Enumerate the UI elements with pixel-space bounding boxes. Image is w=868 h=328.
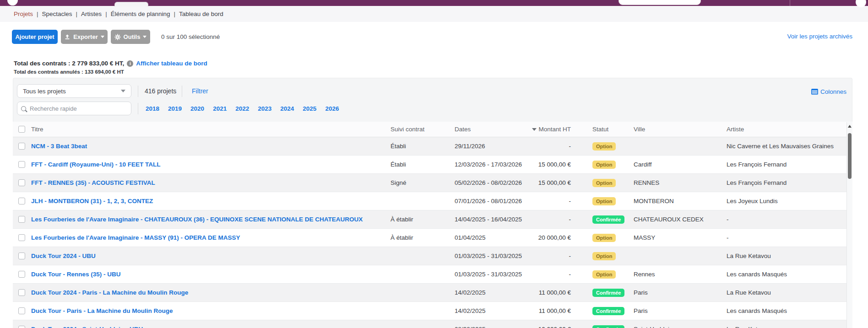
breadcrumb-item-projets[interactable]: Projets <box>14 11 33 17</box>
project-title-link[interactable]: Duck Tour - Rennes (35) - UBU <box>31 265 121 284</box>
active-nav-tab-indicator[interactable] <box>114 2 148 6</box>
breadcrumb-item--l-ments-de-planning[interactable]: Éléments de planning <box>111 11 170 17</box>
header-suivi-contrat[interactable]: Suivi contrat <box>391 122 424 137</box>
cell-montant-ht: 11 000,00 € <box>513 302 571 320</box>
scrollbar-thumb[interactable] <box>848 133 852 179</box>
cell-dates: 14/04/2025 - 16/04/2025 <box>455 210 522 229</box>
add-project-button[interactable]: Ajouter projet <box>12 30 58 44</box>
row-checkbox[interactable] <box>18 253 25 259</box>
cell-dates: 14/02/2025 <box>455 284 486 302</box>
scroll-up-arrow-icon[interactable] <box>848 125 852 128</box>
status-badge: Confirmée <box>592 215 624 224</box>
quick-search-field[interactable] <box>17 102 131 115</box>
breadcrumb-item-spectacles[interactable]: Spectacles <box>42 11 72 17</box>
cell-montant-ht: 11 000,00 € <box>513 284 571 302</box>
table-row: Les Fourberies de l'Avare Imaginaire - M… <box>13 229 852 247</box>
topbar-search-input[interactable] <box>618 0 701 5</box>
header-titre[interactable]: Titre <box>31 122 43 137</box>
columns-label: Colonnes <box>820 88 846 95</box>
row-checkbox[interactable] <box>18 216 25 223</box>
row-checkbox[interactable] <box>18 289 25 296</box>
year-filter-2023[interactable]: 2023 <box>258 105 271 112</box>
year-filter-2025[interactable]: 2025 <box>303 105 316 112</box>
table-row: Duck Tour - Rennes (35) - UBU01/03/2025 … <box>13 265 852 284</box>
show-dashboard-link[interactable]: Afficher tableau de bord <box>136 60 207 67</box>
cell-dates: 08/02/2025 <box>455 320 486 328</box>
cell-montant-ht: 20 000,00 € <box>513 229 571 247</box>
filter-link[interactable]: Filtrer <box>192 84 208 98</box>
row-checkbox[interactable] <box>18 326 25 328</box>
breadcrumb-separator: | <box>76 11 78 17</box>
cell-ville: Saint-Herblain <box>634 320 673 328</box>
status-badge: Confirmée <box>592 307 624 315</box>
project-title-link[interactable]: Duck Tour - Paris - La Machine du Moulin… <box>31 302 173 320</box>
row-checkbox[interactable] <box>18 271 25 278</box>
status-badge: Option <box>592 270 616 279</box>
row-checkbox[interactable] <box>18 307 25 314</box>
chevron-down-icon <box>143 36 146 38</box>
cell-montant-ht: - <box>513 192 571 210</box>
row-checkbox[interactable] <box>18 179 25 186</box>
row-checkbox[interactable] <box>18 161 25 168</box>
project-title-link[interactable]: FFT - Cardiff (Royaume-Uni) - 10 FEET TA… <box>31 156 161 174</box>
search-input[interactable] <box>29 105 118 113</box>
cell-montant-ht: - <box>513 247 571 265</box>
cell-artiste: La Rue Ketavou <box>727 284 771 302</box>
status-badge: Option <box>592 252 616 260</box>
header-montant-ht[interactable]: Montant HT <box>513 122 571 137</box>
cell-dates: 05/02/2026 - 08/02/2026 <box>455 174 522 192</box>
cell-artiste: Les Joyeux Lundis <box>727 192 778 210</box>
status-badge: Option <box>592 234 616 242</box>
year-filter-2020[interactable]: 2020 <box>190 105 204 112</box>
topbar-divider <box>790 0 790 6</box>
header-artiste[interactable]: Artiste <box>727 122 744 137</box>
project-title-link[interactable]: Duck Tour 2024 - UBU <box>31 247 96 265</box>
project-title-link[interactable]: Les Fourberies de l'Avare Imaginaire - C… <box>31 210 363 229</box>
project-title-link[interactable]: FFT - RENNES (35) - ACOUSTIC FESTIVAL <box>31 174 155 192</box>
table-row: Duck Tour 2024 - Paris - La Machine du M… <box>13 284 852 302</box>
divider <box>138 103 138 114</box>
cell-suivi-contrat: Établi <box>391 156 406 174</box>
row-checkbox[interactable] <box>18 198 25 204</box>
project-title-link[interactable]: Duck Tour 2024 - Paris - La Machine du M… <box>31 284 188 302</box>
tools-button[interactable]: Outils <box>111 30 150 44</box>
header-ville[interactable]: Ville <box>634 122 645 137</box>
year-filter-2019[interactable]: 2019 <box>168 105 182 112</box>
search-icon <box>21 106 26 111</box>
project-title-link[interactable]: JLH - MONTBERON (31) - 1, 2, 3, CONTEZ <box>31 192 153 210</box>
cell-artiste: Nic Caverne et Les Mauvaises Graines <box>727 137 834 156</box>
breadcrumb-item-tableau-de-bord[interactable]: Tableau de bord <box>179 11 223 17</box>
cell-artiste: La Rue Ketavou <box>727 247 771 265</box>
year-filter-2021[interactable]: 2021 <box>213 105 227 112</box>
status-badge: Confirmée <box>592 325 624 328</box>
table-scrollbar[interactable] <box>846 122 852 328</box>
row-checkbox[interactable] <box>18 234 25 241</box>
header-statut[interactable]: Statut <box>592 122 608 137</box>
year-filter-2024[interactable]: 2024 <box>280 105 294 112</box>
status-badge: Option <box>592 179 616 187</box>
project-title-link[interactable]: NCM - 3 Beat 3beat <box>31 137 87 156</box>
year-filter-2022[interactable]: 2022 <box>235 105 249 112</box>
view-archived-link[interactable]: Voir les projets archivés <box>787 33 852 40</box>
project-scope-select[interactable]: Tous les projets <box>17 84 131 98</box>
year-filters: 201820192020202120222023202420252026 <box>146 102 339 115</box>
select-all-checkbox[interactable] <box>18 126 25 133</box>
cell-montant-ht: - <box>513 137 571 156</box>
cell-montant-ht: - <box>513 265 571 284</box>
table-row: Duck Tour 2024 - Saint-Herblain - UBU08/… <box>13 320 852 328</box>
project-title-link[interactable]: Duck Tour 2024 - Saint-Herblain - UBU <box>31 320 143 328</box>
columns-button[interactable]: Colonnes <box>811 87 846 96</box>
cell-artiste: Les canards Masqués <box>727 302 787 320</box>
row-checkbox[interactable] <box>18 143 25 150</box>
header-dates[interactable]: Dates <box>455 122 471 137</box>
project-scope-value: Tous les projets <box>23 88 66 95</box>
cell-dates: 29/11/2026 <box>455 137 485 156</box>
app-logo[interactable] <box>7 0 18 5</box>
year-filter-2026[interactable]: 2026 <box>325 105 339 112</box>
info-icon[interactable]: i <box>127 60 133 67</box>
total-contracts: Total des contrats : 2 779 833,00 € HT, … <box>14 59 207 67</box>
year-filter-2018[interactable]: 2018 <box>146 105 159 112</box>
export-button[interactable]: Exporter <box>61 30 108 44</box>
breadcrumb-item-artistes[interactable]: Artistes <box>81 11 102 17</box>
project-title-link[interactable]: Les Fourberies de l'Avare Imaginaire - M… <box>31 229 240 247</box>
